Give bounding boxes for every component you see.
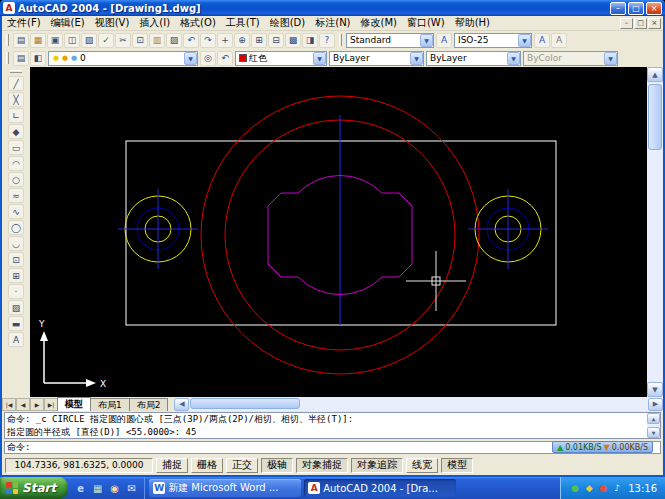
point-icon[interactable]: · — [8, 284, 24, 299]
undo-icon[interactable]: ↶ — [183, 33, 199, 48]
command-history[interactable]: 命令: _c CIRCLE 指定圆的圆心或 [三点(3P)/两点(2P)/相切、… — [4, 412, 661, 439]
construction-line-icon[interactable]: ╳ — [8, 92, 24, 107]
media-player-icon[interactable]: ◉ — [107, 481, 122, 496]
rectangle-icon[interactable]: ▭ — [8, 140, 24, 155]
status-toggle-1[interactable]: 栅格 — [191, 458, 223, 473]
paste-icon[interactable]: ▥ — [149, 33, 165, 48]
toolbar-grip[interactable] — [6, 52, 9, 64]
tab-layout2[interactable]: 布局2 — [129, 398, 169, 411]
vertical-scroll-thumb[interactable] — [648, 84, 662, 150]
make-object-layer-current-icon[interactable]: ◎ — [200, 51, 216, 66]
chevron-down-icon[interactable]: ▼ — [518, 34, 531, 47]
text-style-combo[interactable]: Standard ▼ — [346, 33, 434, 48]
menu-item-4[interactable]: 格式(O) — [175, 16, 221, 30]
layer-combo[interactable]: ●●● 0 ▼ — [48, 51, 198, 66]
scroll-right-icon[interactable]: ▶ — [648, 398, 663, 411]
menu-item-0[interactable]: 文件(F) — [2, 16, 46, 30]
toolbar-grip[interactable] — [10, 70, 22, 73]
zoom-realtime-icon[interactable]: ⊕ — [234, 33, 250, 48]
taskbar-task-0[interactable]: W新建 Microsoft Word ... — [149, 479, 301, 497]
hatch-icon[interactable]: ▨ — [8, 300, 24, 315]
new-icon[interactable]: ▤ — [13, 33, 29, 48]
arc-icon[interactable]: ◠ — [8, 156, 24, 171]
doc-close-icon[interactable]: × — [648, 18, 661, 29]
pan-icon[interactable]: + — [217, 33, 233, 48]
multiline-text-icon[interactable]: A — [8, 332, 24, 347]
start-button[interactable]: Start — [0, 477, 68, 499]
chevron-down-icon[interactable]: ▼ — [313, 52, 326, 65]
status-toggle-6[interactable]: 线宽 — [406, 458, 438, 473]
insert-block-icon[interactable]: ⊡ — [8, 252, 24, 267]
menu-item-8[interactable]: 修改(M) — [356, 16, 402, 30]
scroll-up-icon[interactable]: ▲ — [647, 67, 663, 82]
color-combo[interactable]: 红色 ▼ — [235, 51, 327, 66]
properties-icon[interactable]: ▩ — [285, 33, 301, 48]
tab-model[interactable]: 模型 — [57, 397, 91, 411]
restore-icon[interactable]: □ — [628, 2, 644, 15]
redo-icon[interactable]: ↷ — [200, 33, 216, 48]
next-tab-icon[interactable]: ▶ — [30, 398, 44, 411]
menu-item-7[interactable]: 标注(N) — [310, 16, 355, 30]
zoom-previous-icon[interactable]: ⊟ — [268, 33, 284, 48]
print-preview-icon[interactable]: ▧ — [81, 33, 97, 48]
save-icon[interactable]: ▣ — [47, 33, 63, 48]
menu-item-5[interactable]: 工具(T) — [221, 16, 265, 30]
chevron-down-icon[interactable]: ▼ — [184, 52, 197, 65]
line-icon[interactable]: ╱ — [8, 76, 24, 91]
menu-item-3[interactable]: 插入(I) — [134, 16, 175, 30]
scroll-down-icon[interactable]: ▼ — [647, 382, 663, 397]
layers-icon[interactable]: ▤ — [13, 51, 29, 66]
region-icon[interactable]: ▬ — [8, 316, 24, 331]
vertical-scrollbar[interactable]: ▲ ▼ — [647, 67, 663, 397]
layer-previous-2-icon[interactable]: ↶ — [217, 51, 233, 66]
menu-item-1[interactable]: 编辑(E) — [46, 16, 90, 30]
scroll-left-icon[interactable]: ◀ — [174, 398, 189, 411]
coordinates-display[interactable]: 104.7336, 981.6325, 0.0000 — [5, 458, 153, 473]
toolbar-grip[interactable] — [6, 34, 9, 46]
internet-explorer-icon[interactable]: e — [73, 481, 88, 496]
dim-style-icon[interactable]: A — [436, 33, 452, 48]
ellipse-icon[interactable]: ◯ — [8, 220, 24, 235]
horizontal-scroll-thumb[interactable] — [190, 398, 300, 409]
text-style-icon[interactable]: A — [534, 33, 550, 48]
taskbar-task-1[interactable]: AAutoCAD 2004 - [Dra... — [304, 479, 456, 497]
close-icon[interactable]: × — [646, 2, 662, 15]
command-scrollbar[interactable]: ▲ ▼ — [647, 413, 660, 438]
status-toggle-7[interactable]: 模型 — [441, 458, 473, 473]
match-properties-icon[interactable]: ▨ — [166, 33, 182, 48]
status-toggle-3[interactable]: 极轴 — [261, 458, 293, 473]
spelling-icon[interactable]: ✓ — [98, 33, 114, 48]
last-tab-icon[interactable]: ▶| — [44, 398, 58, 411]
status-toggle-5[interactable]: 对象追踪 — [351, 458, 403, 473]
menu-item-9[interactable]: 窗口(W) — [402, 16, 450, 30]
chevron-down-icon[interactable]: ▼ — [410, 52, 423, 65]
minimize-icon[interactable]: – — [610, 2, 626, 15]
help-icon[interactable]: ? — [319, 33, 335, 48]
linetype-combo[interactable]: ByLayer ▼ — [329, 51, 424, 66]
scroll-up-icon[interactable]: ▲ — [647, 413, 660, 424]
designcenter-icon[interactable]: ◨ — [302, 33, 318, 48]
polyline-icon[interactable]: ∟ — [8, 108, 24, 123]
scroll-down-icon[interactable]: ▼ — [647, 427, 660, 438]
ellipse-arc-icon[interactable]: ◡ — [8, 236, 24, 251]
cut-icon[interactable]: ✂ — [115, 33, 131, 48]
open-icon[interactable]: ▦ — [30, 33, 46, 48]
show-desktop-icon[interactable]: ▦ — [90, 481, 105, 496]
drawing-canvas[interactable]: XY — [30, 67, 647, 397]
doc-minimize-icon[interactable]: – — [620, 18, 633, 29]
zoom-window-icon[interactable]: ⊞ — [251, 33, 267, 48]
circle-icon[interactable]: ○ — [8, 172, 24, 187]
outlook-icon[interactable]: ✉ — [124, 481, 139, 496]
toolbar-grip[interactable] — [339, 34, 342, 46]
chevron-down-icon[interactable]: ▼ — [507, 52, 520, 65]
table-style-icon[interactable]: A — [551, 33, 567, 48]
polygon-icon[interactable]: ◆ — [8, 124, 24, 139]
previous-tab-icon[interactable]: ◀ — [16, 398, 30, 411]
status-toggle-2[interactable]: 正交 — [226, 458, 258, 473]
doc-restore-icon[interactable]: □ — [634, 18, 647, 29]
print-icon[interactable]: ◫ — [64, 33, 80, 48]
horizontal-scrollbar[interactable]: ◀ ▶ — [174, 397, 663, 411]
chevron-down-icon[interactable]: ▼ — [420, 34, 433, 47]
spline-icon[interactable]: ∿ — [8, 204, 24, 219]
lineweight-combo[interactable]: ByLayer ▼ — [426, 51, 521, 66]
